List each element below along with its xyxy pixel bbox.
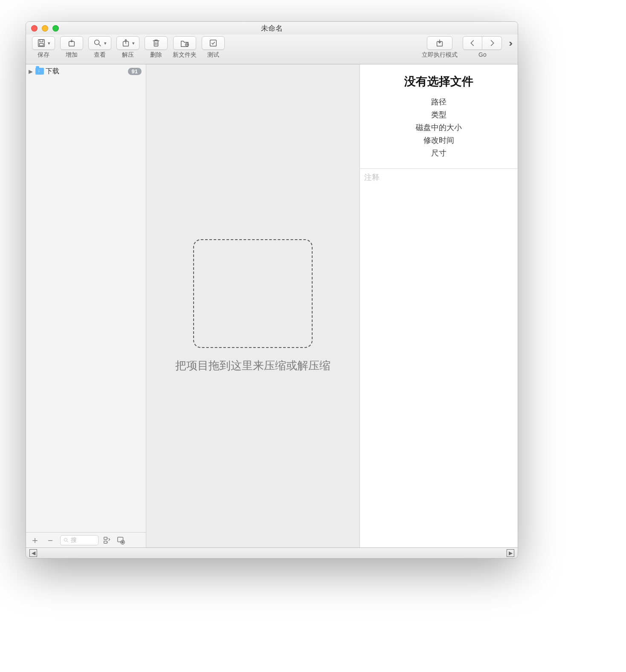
notes-placeholder: 注释 bbox=[364, 173, 380, 182]
save-label: 保存 bbox=[38, 51, 49, 59]
minimize-window-button[interactable] bbox=[42, 25, 48, 32]
svg-rect-12 bbox=[104, 541, 107, 543]
new-folder-icon bbox=[180, 38, 189, 48]
inspector-field-disk-size: 磁盘中的大小 bbox=[364, 122, 513, 133]
test-label: 测试 bbox=[207, 51, 219, 59]
chevron-down-icon: ▾ bbox=[48, 41, 50, 46]
svg-rect-1 bbox=[40, 40, 43, 42]
inspector-field-type: 类型 bbox=[364, 110, 513, 120]
notes-textarea[interactable]: 注释 bbox=[360, 169, 518, 547]
sidebar: ▶ 下载 91 ＋ － 搜 bbox=[26, 64, 146, 547]
new-folder-label: 新文件夹 bbox=[173, 51, 197, 59]
extract-label: 解压 bbox=[122, 51, 134, 59]
extract-icon bbox=[121, 38, 130, 48]
magnifier-icon bbox=[93, 38, 102, 48]
add-source-button[interactable]: ＋ bbox=[29, 536, 41, 545]
folder-icon bbox=[35, 68, 44, 75]
sidebar-search-input[interactable]: 搜 bbox=[60, 535, 99, 545]
svg-point-4 bbox=[95, 40, 99, 45]
go-label: Go bbox=[478, 51, 487, 58]
inspector-field-path: 路径 bbox=[364, 97, 513, 107]
go-forward-button[interactable] bbox=[482, 36, 502, 50]
search-icon bbox=[63, 537, 69, 543]
dropzone-target[interactable] bbox=[193, 239, 313, 348]
add-icon bbox=[67, 38, 76, 48]
chevron-right-icon bbox=[487, 38, 497, 48]
toolbar: ▾ 保存 增加 ▾ 查看 ▾ 解压 bbox=[26, 35, 518, 64]
toolbar-overflow-button[interactable]: ›› bbox=[504, 36, 514, 51]
inspector-title: 没有选择文件 bbox=[364, 74, 513, 89]
test-button[interactable] bbox=[202, 36, 225, 50]
execute-icon bbox=[435, 38, 444, 48]
view-button[interactable]: ▾ bbox=[88, 36, 111, 50]
content-area[interactable]: 把项目拖到这里来压缩或解压缩 bbox=[146, 64, 360, 547]
disclosure-triangle-icon[interactable]: ▶ bbox=[29, 68, 34, 75]
execute-mode-button[interactable] bbox=[427, 36, 452, 50]
dropzone-hint: 把项目拖到这里来压缩或解压缩 bbox=[175, 358, 330, 373]
inspector-field-modified: 修改时间 bbox=[364, 135, 513, 145]
app-window: 未命名 ▾ 保存 增加 ▾ 查看 ▾ bbox=[26, 21, 518, 559]
checkbox-icon bbox=[209, 38, 218, 48]
close-window-button[interactable] bbox=[31, 25, 38, 32]
chevron-left-icon bbox=[468, 38, 477, 48]
svg-rect-13 bbox=[118, 537, 123, 542]
save-icon bbox=[37, 38, 46, 48]
remove-source-button[interactable]: － bbox=[45, 536, 56, 545]
inspector-panel: 没有选择文件 路径 类型 磁盘中的大小 修改时间 尺寸 注释 bbox=[360, 64, 518, 547]
sidebar-item-label: 下载 bbox=[46, 67, 59, 76]
delete-button[interactable] bbox=[145, 36, 168, 50]
search-placeholder: 搜 bbox=[71, 536, 77, 544]
inspector-field-dimensions: 尺寸 bbox=[364, 148, 513, 158]
execute-label: 立即执行模式 bbox=[422, 51, 458, 59]
new-folder-button[interactable] bbox=[173, 36, 196, 50]
keyboard-mapping-icon[interactable] bbox=[103, 536, 112, 545]
svg-rect-11 bbox=[104, 537, 107, 539]
add-label: 增加 bbox=[66, 51, 78, 59]
delete-label: 删除 bbox=[150, 51, 162, 59]
view-label: 查看 bbox=[94, 51, 106, 59]
trash-icon bbox=[151, 38, 161, 48]
chevron-down-icon: ▾ bbox=[104, 41, 107, 46]
svg-rect-8 bbox=[210, 40, 217, 46]
svg-rect-2 bbox=[39, 43, 43, 46]
source-tree: ▶ 下载 91 bbox=[26, 64, 146, 532]
sidebar-item-downloads[interactable]: ▶ 下载 91 bbox=[26, 66, 146, 77]
sidebar-footer: ＋ － 搜 bbox=[26, 532, 146, 547]
save-button[interactable]: ▾ bbox=[32, 36, 55, 50]
window-title: 未命名 bbox=[26, 23, 518, 33]
status-bar: ◀ ▶ bbox=[26, 547, 518, 558]
extract-button[interactable]: ▾ bbox=[116, 36, 139, 50]
add-button[interactable] bbox=[60, 36, 83, 50]
svg-rect-6 bbox=[154, 41, 158, 46]
preview-eye-icon[interactable] bbox=[116, 536, 126, 545]
svg-point-15 bbox=[122, 541, 124, 543]
collapse-left-panel-button[interactable]: ◀ bbox=[29, 549, 37, 557]
go-back-button[interactable] bbox=[463, 36, 482, 50]
item-count-badge: 91 bbox=[128, 68, 142, 75]
zoom-window-button[interactable] bbox=[52, 25, 59, 32]
collapse-right-panel-button[interactable]: ▶ bbox=[507, 549, 514, 557]
titlebar[interactable]: 未命名 bbox=[26, 22, 518, 35]
svg-point-10 bbox=[64, 538, 67, 541]
chevron-down-icon: ▾ bbox=[132, 41, 135, 46]
